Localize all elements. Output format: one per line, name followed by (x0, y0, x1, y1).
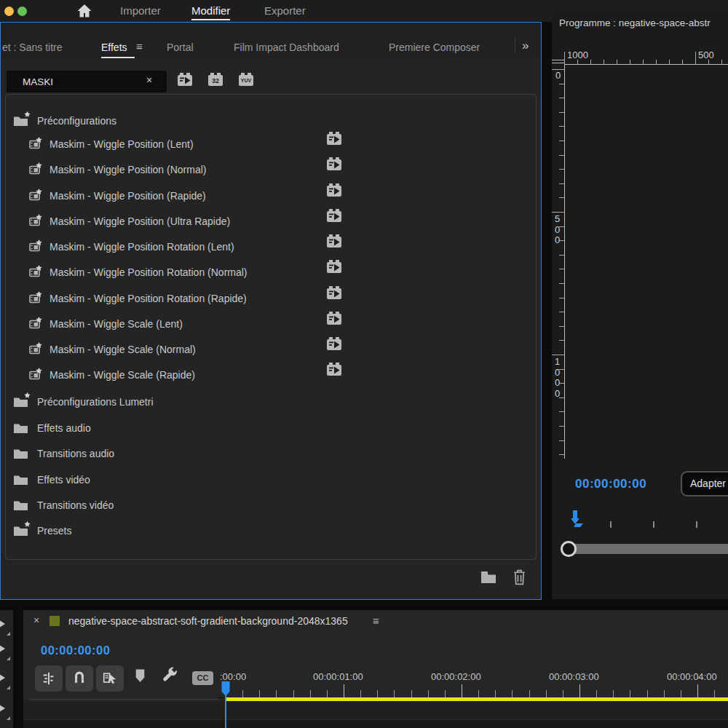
tool-icon[interactable] (0, 642, 5, 655)
tool-icon[interactable] (0, 702, 5, 715)
accelerated-effect-badge-icon (327, 211, 341, 222)
delete-custom-item-button[interactable] (512, 569, 527, 588)
tab-portal[interactable]: Portal (167, 41, 194, 53)
preset-icon (29, 291, 42, 306)
new-custom-bin-button[interactable] (480, 570, 497, 587)
tool-flyout-mark (7, 686, 10, 689)
list-item-folder[interactable]: Presets (6, 522, 534, 539)
nav-tab-modifier[interactable]: Modifier (191, 4, 230, 20)
folder-star-icon (13, 525, 28, 537)
preset-icon (29, 240, 42, 255)
window-minimize-button[interactable] (4, 7, 14, 16)
linked-selection-button[interactable] (96, 665, 124, 692)
tool-icon[interactable] (0, 617, 5, 630)
accelerated-effect-badge-icon (327, 134, 341, 145)
list-item-folder[interactable]: Préconfigurations (6, 112, 534, 130)
accelerated-effect-badge-icon (327, 314, 341, 325)
marker-button[interactable] (134, 668, 146, 684)
list-item-folder[interactable]: Préconfigurations Lumetri (6, 393, 534, 411)
timeline-panel-menu-icon[interactable]: ≡ (373, 614, 379, 627)
tool-flyout-mark (7, 716, 10, 720)
preset-icon (29, 342, 42, 357)
accelerated-effect-badge-icon (327, 186, 341, 197)
effects-panel-group: et : Sans titre Effets ≡ Portal Film Imp… (0, 22, 542, 600)
fit-zoom-button[interactable]: Adapter (681, 471, 728, 496)
tab-overflow-chevron-icon[interactable]: » (522, 39, 529, 53)
scrollbar-knob[interactable] (561, 541, 577, 557)
ruler-label: 00:00:01:00 (313, 671, 363, 682)
timeline-playhead-line[interactable] (225, 696, 226, 728)
ruler-label: 00:00:02:00 (431, 671, 481, 682)
list-item-folder[interactable]: Effets audio (6, 419, 534, 437)
nav-tab-exporter[interactable]: Exporter (264, 4, 306, 17)
sequence-tab-title[interactable]: negative-space-abstract-soft-gradient-ba… (68, 615, 348, 627)
tool-flyout-mark (7, 632, 10, 636)
folder-icon (13, 474, 28, 486)
accelerated-effects-filter-icon[interactable] (178, 75, 192, 86)
accelerated-effect-badge-icon (327, 339, 341, 350)
horizontal-ruler (564, 64, 728, 65)
timeline-settings-wrench-icon[interactable] (160, 665, 179, 684)
tab-effets[interactable]: Effets (101, 41, 127, 53)
effects-search-input[interactable] (7, 71, 167, 92)
active-tab-underline (101, 57, 135, 58)
toolbar-separator (29, 699, 218, 700)
list-item-preset[interactable]: Maskim - Wiggle Position Rotation (Lent) (6, 238, 534, 256)
yuv-filter-icon[interactable]: YUV (239, 75, 253, 86)
timeline-tracks-area[interactable] (23, 701, 728, 728)
program-playhead-icon[interactable] (569, 510, 586, 531)
h-ruler-label-500: 500 (698, 50, 714, 60)
list-item-preset[interactable]: Maskim - Wiggle Scale (Rapide) (6, 366, 534, 384)
program-panel-title[interactable]: Programme : negative-space-abstr (559, 17, 711, 28)
program-timecode[interactable]: 00:00:00:00 (575, 477, 646, 491)
preset-icon (29, 162, 42, 178)
tab-film-impact-dashboard[interactable]: Film Impact Dashboard (234, 41, 339, 53)
ruler-label: 00:00:04:00 (667, 671, 717, 682)
captions-cc-button[interactable]: CC (192, 671, 213, 685)
program-monitor-panel: Programme : negative-space-abstr 1000 50… (552, 7, 728, 599)
preset-icon (29, 137, 42, 152)
snap-magnet-button[interactable] (66, 665, 93, 692)
h-ruler-label-1000: 1000 (567, 50, 588, 60)
list-item-folder[interactable]: Transitions audio (6, 445, 534, 462)
folder-star-icon (13, 396, 28, 408)
tab-premiere-composer[interactable]: Premiere Composer (389, 41, 480, 53)
tools-panel-sliver (0, 610, 13, 728)
timeline-timecode[interactable]: 00:00:00:00 (41, 644, 110, 657)
preset-icon (29, 265, 42, 280)
accelerated-effect-badge-icon (327, 365, 341, 376)
premiere-pro-window: Importer Modifier Exporter et : Sans tit… (0, 0, 728, 728)
list-item-preset[interactable]: Maskim - Wiggle Position (Normal) (6, 161, 534, 178)
nav-tab-importer[interactable]: Importer (120, 4, 161, 17)
list-item-preset[interactable]: Maskim - Wiggle Position Rotation (Norma… (6, 264, 534, 281)
list-item-preset[interactable]: Maskim - Wiggle Position Rotation (Rapid… (6, 290, 534, 307)
list-item-preset[interactable]: Maskim - Wiggle Position (Lent) (6, 135, 534, 153)
v-ruler-label-500: 500 (555, 214, 563, 246)
list-item-preset[interactable]: Maskim - Wiggle Position (Rapide) (6, 187, 534, 205)
32bit-color-filter-icon[interactable]: 32 (208, 75, 223, 86)
tool-icon[interactable] (0, 671, 5, 684)
program-horizontal-scrollbar[interactable] (569, 544, 728, 554)
list-item-preset[interactable]: Maskim - Wiggle Scale (Lent) (6, 315, 534, 333)
list-item-folder[interactable]: Effets vidéo (6, 471, 534, 488)
v-ruler-label-0: 0 (555, 70, 561, 81)
accelerated-effect-badge-icon (327, 237, 341, 248)
folder-icon (13, 448, 28, 459)
home-button[interactable] (75, 2, 94, 20)
accelerated-effect-badge-icon (327, 262, 341, 273)
preset-icon (29, 214, 42, 229)
track-divider (23, 721, 728, 721)
sequence-close-icon[interactable]: × (33, 614, 39, 626)
window-zoom-button[interactable] (17, 7, 27, 16)
nest-sequences-button[interactable] (35, 665, 63, 692)
search-clear-icon[interactable]: × (146, 74, 152, 86)
v-ruler-label-1000: 1000 (555, 357, 563, 399)
ruler-label: 00:00:03:00 (549, 671, 599, 682)
folder-icon (13, 422, 28, 434)
panel-menu-icon[interactable]: ≡ (136, 40, 143, 52)
list-item-preset[interactable]: Maskim - Wiggle Position (Ultra Rapide) (6, 213, 534, 230)
list-item-preset[interactable]: Maskim - Wiggle Scale (Normal) (6, 341, 534, 358)
list-item-folder[interactable]: Transitions vidéo (6, 496, 534, 514)
timeline-bottom-strip (23, 722, 728, 728)
tab-project-sans-titre[interactable]: et : Sans titre (2, 41, 62, 53)
